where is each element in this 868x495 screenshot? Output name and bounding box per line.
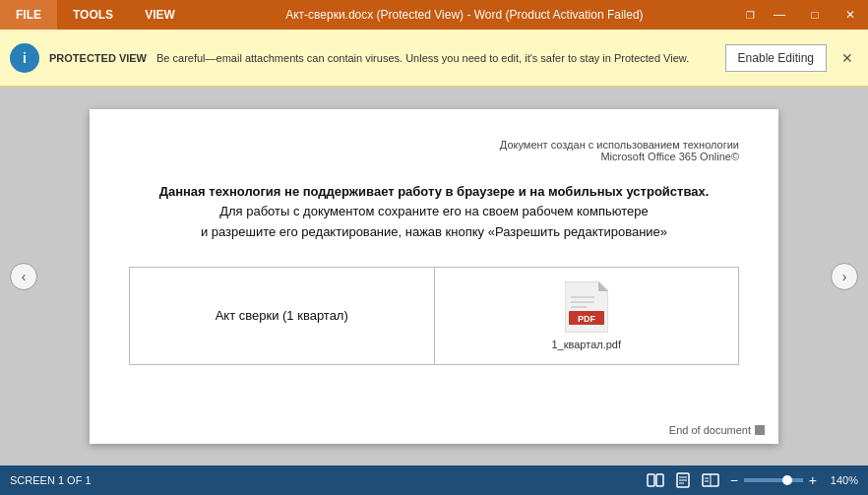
read-mode-icon[interactable] (646, 470, 665, 490)
status-bar: SCREEN 1 OF 1 − + 140% (0, 465, 868, 495)
table-row: Акт сверки (1 квартал) PDF (130, 267, 739, 364)
web-layout-icon[interactable] (701, 470, 720, 490)
document-area: ‹ Документ создан с использованием техно… (0, 87, 868, 465)
end-marker (755, 425, 765, 435)
svg-rect-7 (648, 474, 654, 486)
screen-indicator: SCREEN 1 OF 1 (10, 474, 92, 486)
protected-view-bar: i PROTECTED VIEW Be careful—email attach… (0, 30, 868, 87)
zoom-out-button[interactable]: − (728, 472, 740, 488)
info-icon: i (10, 43, 39, 73)
restore-icon[interactable]: ❐ (742, 7, 758, 23)
protected-view-message: Be careful—email attachments can contain… (156, 52, 715, 64)
table-cell-text: Акт сверки (1 квартал) (130, 267, 435, 364)
restore-group: ❐ (738, 7, 762, 23)
header-line1: Документ создан с использованием техноло… (129, 139, 739, 151)
svg-text:PDF: PDF (578, 314, 596, 324)
zoom-thumb (782, 475, 792, 485)
document-page: Документ создан с использованием техноло… (90, 109, 778, 444)
nav-right-arrow[interactable]: › (831, 263, 858, 290)
status-right-area: − + 140% (646, 470, 858, 490)
title-tabs: FILE TOOLS VIEW (0, 0, 191, 30)
svg-marker-1 (598, 281, 608, 291)
end-of-document: End of document (669, 424, 765, 436)
table-cell-pdf: PDF 1_квартал.pdf (434, 267, 739, 364)
pdf-attachment[interactable]: PDF 1_квартал.pdf (455, 281, 719, 350)
file-tab[interactable]: FILE (0, 0, 57, 30)
view-tab[interactable]: VIEW (129, 0, 191, 30)
minimize-button[interactable]: — (762, 0, 797, 30)
title-bar: FILE TOOLS VIEW Акт-сверки.docx (Protect… (0, 0, 868, 30)
enable-editing-button[interactable]: Enable Editing (725, 44, 827, 72)
protected-bar-close[interactable]: ✕ (837, 47, 858, 69)
pdf-file-icon: PDF (565, 281, 608, 333)
document-warning: Данная технология не поддерживает работу… (129, 182, 739, 243)
maximize-button[interactable]: □ (797, 0, 833, 30)
document-header: Документ создан с использованием техноло… (129, 139, 739, 162)
close-button[interactable]: ✕ (833, 0, 868, 30)
nav-left-arrow[interactable]: ‹ (10, 263, 37, 290)
zoom-level: 140% (823, 474, 858, 486)
svg-rect-8 (656, 474, 663, 486)
window-controls: ❐ — □ ✕ (738, 0, 868, 30)
document-table: Акт сверки (1 квартал) PDF (129, 267, 739, 365)
zoom-in-button[interactable]: + (807, 472, 819, 488)
zoom-controls: − + 140% (728, 472, 858, 488)
warning-text-bold: Данная технология не поддерживает работу… (129, 182, 739, 203)
warning-text-line2: Для работы с документом сохраните его на… (129, 202, 739, 222)
zoom-slider[interactable] (744, 478, 803, 482)
header-line2: Microsoft Office 365 Online© (129, 151, 739, 162)
tools-tab[interactable]: TOOLS (57, 0, 129, 30)
window-title: Акт-сверки.docx (Protected View) - Word … (191, 8, 738, 22)
warning-text-line3: и разрешите его редактирование, нажав кн… (129, 222, 739, 243)
pdf-filename: 1_квартал.pdf (551, 339, 621, 350)
protected-view-label: PROTECTED VIEW (49, 52, 147, 64)
print-layout-icon[interactable] (673, 470, 693, 490)
